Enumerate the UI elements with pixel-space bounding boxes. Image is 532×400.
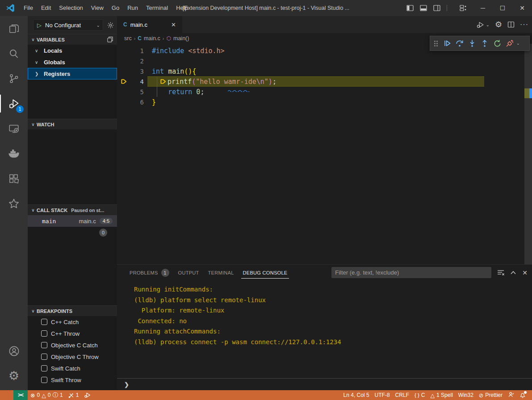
close-tab-icon[interactable]: ✕ bbox=[169, 21, 178, 29]
breadcrumb-folder[interactable]: src bbox=[124, 35, 132, 42]
chevron-down-icon[interactable]: ⌄ bbox=[516, 41, 520, 46]
breakpoint-gutter[interactable] bbox=[117, 76, 132, 87]
breakpoint-gutter[interactable] bbox=[117, 56, 132, 66]
debug-console-input[interactable]: ❯ bbox=[117, 378, 532, 390]
watch-section-header[interactable]: ∨ WATCH bbox=[28, 119, 117, 129]
panel-tab-debug-console[interactable]: DEBUG CONSOLE bbox=[241, 265, 289, 280]
breakpoints-section-header[interactable]: ∨ BREAKPOINTS bbox=[28, 305, 117, 316]
status-utf-8[interactable]: UTF-8 bbox=[372, 390, 393, 400]
continue-button[interactable] bbox=[441, 37, 453, 50]
toggle-secondary-sidebar-icon[interactable] bbox=[433, 5, 440, 11]
debug-status[interactable] bbox=[81, 390, 94, 400]
toggle-panel-icon[interactable] bbox=[420, 5, 427, 11]
breakpoint-gutter[interactable] bbox=[117, 46, 132, 56]
toggle-sidebar-icon[interactable] bbox=[406, 5, 414, 11]
breakpoint-gutter[interactable] bbox=[117, 97, 132, 107]
menu-file[interactable]: File bbox=[20, 0, 37, 16]
breakpoint-label: Objective C Catch bbox=[51, 342, 98, 349]
variables-section-header[interactable]: ∨ VARIABLES bbox=[28, 34, 117, 45]
extensions-icon[interactable] bbox=[0, 166, 28, 191]
status-bar: >< ⊗0 △0 ⓘ1 1 Ln 4, Col 5UTF-8CRLF{ }C△1… bbox=[0, 390, 532, 400]
remote-indicator[interactable]: >< bbox=[13, 390, 28, 400]
breakpoint-checkbox[interactable] bbox=[41, 319, 47, 325]
restart-button[interactable] bbox=[491, 37, 503, 50]
step-over-button[interactable] bbox=[453, 37, 466, 50]
variables-scope-locals[interactable]: ∨Locals bbox=[28, 45, 117, 56]
menu-run[interactable]: Run bbox=[123, 0, 142, 16]
maximize-button[interactable]: ☐ bbox=[493, 0, 512, 16]
call-stack-section-header[interactable]: ∨ CALL STACK Paused on st... bbox=[28, 204, 117, 215]
start-debug-icon[interactable]: ▷ bbox=[37, 22, 42, 29]
breakpoint-row[interactable]: C++ Catch bbox=[28, 316, 117, 328]
drag-handle[interactable] bbox=[434, 41, 438, 46]
close-button[interactable]: ✕ bbox=[512, 0, 532, 16]
tab-label: main.c bbox=[130, 21, 147, 28]
explorer-icon[interactable] bbox=[0, 16, 28, 41]
step-out-button[interactable] bbox=[478, 37, 491, 50]
customize-layout-icon[interactable] bbox=[460, 5, 467, 11]
disconnect-button[interactable] bbox=[503, 37, 516, 50]
panel-tab-terminal[interactable]: TERMINAL bbox=[206, 265, 236, 280]
problems-status[interactable]: ⊗0 △0 ⓘ1 bbox=[28, 390, 66, 400]
breakpoint-gutter[interactable] bbox=[117, 66, 132, 76]
breakpoint-checkbox[interactable] bbox=[41, 342, 47, 348]
breakpoint-row[interactable]: Objective C Catch bbox=[28, 339, 117, 351]
remote-explorer-icon[interactable] bbox=[0, 116, 28, 141]
variables-scope-globals[interactable]: ∨Globals bbox=[28, 56, 117, 68]
settings-gear-icon[interactable]: ⚙ bbox=[0, 363, 28, 388]
menu-help[interactable]: Help bbox=[172, 0, 192, 16]
status-win32[interactable]: Win32 bbox=[456, 390, 476, 400]
stack-frame-row[interactable]: main main.c 4:5 bbox=[28, 215, 117, 227]
menu-terminal[interactable]: Terminal bbox=[142, 0, 172, 16]
source-control-icon[interactable] bbox=[0, 66, 28, 91]
code-editor[interactable]: 1#include <stdio.h>23int main(){4 printf… bbox=[117, 44, 532, 107]
ports-status[interactable]: 1 bbox=[66, 390, 82, 400]
status-bell[interactable] bbox=[517, 390, 528, 400]
breakpoint-row[interactable]: C++ Throw bbox=[28, 328, 117, 339]
run-or-debug-button[interactable]: ⌄ bbox=[476, 21, 489, 29]
docker-icon[interactable] bbox=[0, 141, 28, 166]
panel-tab-output[interactable]: OUTPUT bbox=[176, 265, 201, 280]
breakpoint-checkbox[interactable] bbox=[41, 377, 47, 383]
status-1-spell[interactable]: △1 Spell bbox=[427, 390, 455, 400]
status-person[interactable] bbox=[505, 390, 517, 400]
status-prettier[interactable]: ⊘Prettier bbox=[476, 390, 505, 400]
maximize-panel-icon[interactable] bbox=[510, 270, 516, 275]
minimize-button[interactable]: ─ bbox=[473, 0, 493, 16]
account-icon[interactable] bbox=[0, 338, 28, 363]
menu-edit[interactable]: Edit bbox=[37, 0, 55, 16]
menu-go[interactable]: Go bbox=[108, 0, 123, 16]
breakpoint-row[interactable]: Swift Throw bbox=[28, 374, 117, 386]
copy-icon[interactable] bbox=[107, 36, 113, 43]
status-c[interactable]: { }C bbox=[412, 390, 428, 400]
status-ln-4-col-5[interactable]: Ln 4, Col 5 bbox=[341, 390, 372, 400]
clear-console-icon[interactable] bbox=[497, 269, 504, 276]
star-icon[interactable] bbox=[0, 191, 28, 216]
step-into-button[interactable] bbox=[466, 37, 478, 50]
breakpoint-checkbox[interactable] bbox=[41, 354, 47, 360]
breadcrumb-file[interactable]: Cmain.c bbox=[138, 35, 160, 42]
menu-selection[interactable]: Selection bbox=[55, 0, 87, 16]
breakpoint-checkbox[interactable] bbox=[41, 330, 47, 337]
breadcrumb-symbol[interactable]: ⬡main() bbox=[167, 35, 189, 42]
variables-scope-registers[interactable]: ❯Registers bbox=[28, 68, 117, 79]
debug-config-dropdown[interactable]: ▷ No Configurat ⌄ bbox=[33, 19, 103, 31]
tab-main-c[interactable]: C main.c ✕ bbox=[117, 16, 182, 33]
close-panel-icon[interactable]: ✕ bbox=[522, 269, 528, 276]
launch-settings-gear-icon[interactable] bbox=[107, 21, 114, 29]
console-filter-input[interactable]: Filter (e.g. text, !exclude) bbox=[331, 267, 491, 278]
menu-view[interactable]: View bbox=[87, 0, 108, 16]
search-icon[interactable] bbox=[0, 41, 28, 66]
panel-tab-problems[interactable]: PROBLEMS1 bbox=[128, 265, 171, 280]
breakpoint-row[interactable]: Objective C Throw bbox=[28, 351, 117, 362]
split-editor-icon[interactable] bbox=[507, 21, 515, 28]
editor-scrollbar[interactable] bbox=[524, 44, 532, 264]
more-actions-icon[interactable]: ··· bbox=[520, 21, 528, 29]
run-and-debug-icon[interactable]: 1 bbox=[0, 91, 28, 116]
breakpoint-gutter[interactable] bbox=[117, 87, 132, 97]
line-number: 2 bbox=[132, 58, 144, 65]
status-crlf[interactable]: CRLF bbox=[393, 390, 412, 400]
breakpoint-row[interactable]: Swift Catch bbox=[28, 362, 117, 374]
editor-settings-gear-icon[interactable]: ⚙ bbox=[495, 21, 502, 29]
breakpoint-checkbox[interactable] bbox=[41, 365, 47, 371]
